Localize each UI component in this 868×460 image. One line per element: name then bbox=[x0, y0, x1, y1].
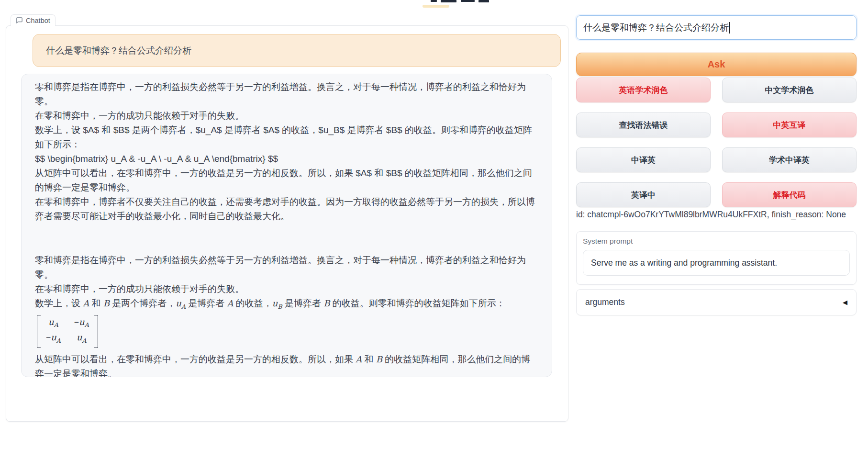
system-prompt-group: System prompt Serve me as a writing and … bbox=[576, 231, 857, 285]
payoff-matrix: uA −uA −uA uA bbox=[37, 315, 98, 348]
user-message-bubble: 什么是零和博弈？结合公式介绍分析 bbox=[33, 34, 561, 67]
arguments-accordion[interactable]: arguments ◀ bbox=[576, 289, 857, 315]
system-prompt-label: System prompt bbox=[583, 237, 850, 246]
matrix-cell: −uA bbox=[74, 316, 89, 332]
matrix-right-bracket bbox=[94, 315, 98, 348]
question-input-value: 什么是零和博弈？结合公式介绍分析 bbox=[583, 22, 729, 34]
question-input[interactable]: 什么是零和博弈？结合公式介绍分析 bbox=[576, 15, 857, 40]
matrix-cell: −uA bbox=[46, 331, 61, 347]
ask-button[interactable]: Ask bbox=[576, 53, 857, 76]
accordion-label: arguments bbox=[585, 297, 625, 307]
find-grammar-errors-button[interactable]: 查找语法错误 bbox=[576, 112, 711, 137]
chatbot-label-tab: Chatbot bbox=[11, 14, 56, 26]
english-academic-polish-button[interactable]: 英语学术润色 bbox=[576, 78, 711, 102]
chatbot-panel: 什么是零和博弈？结合公式介绍分析 零和博弈是指在博弈中，一方的利益损失必然等于另… bbox=[6, 25, 568, 422]
rendered-conclusion-paragraph: 从矩阵中可以看出，在零和博弈中，一方的收益是另一方的相反数。所以，如果 A 和 … bbox=[35, 352, 538, 377]
collapse-arrow-icon: ◀ bbox=[843, 299, 847, 306]
assistant-message-bubble: 零和博弈是指在博弈中，一方的利益损失必然等于另一方的利益增益。换言之，对于每一种… bbox=[21, 74, 552, 377]
explain-code-button[interactable]: 解释代码 bbox=[722, 182, 857, 207]
rendered-intro-paragraph: 零和博弈是指在博弈中，一方的利益损失必然等于另一方的利益增益。换言之，对于每一种… bbox=[35, 253, 538, 296]
response-status-line: id: chatcmpl-6wOo7KrYTwMl89lbrMWRu4UkFFX… bbox=[576, 210, 857, 220]
text-cursor bbox=[729, 22, 730, 34]
matrix-cell: uA bbox=[77, 331, 87, 347]
academic-zh-to-en-button[interactable]: 学术中译英 bbox=[722, 147, 857, 172]
system-prompt-value: Serve me as a writing and programming as… bbox=[591, 258, 777, 268]
user-message-text: 什么是零和博弈？结合公式介绍分析 bbox=[46, 45, 191, 57]
speech-bubble-icon bbox=[16, 17, 23, 24]
assistant-rendered-answer: 零和博弈是指在博弈中，一方的利益损失必然等于另一方的利益增益。换言之，对于每一种… bbox=[35, 253, 538, 377]
chinese-academic-polish-button[interactable]: 中文学术润色 bbox=[722, 78, 857, 102]
system-prompt-input[interactable]: Serve me as a writing and programming as… bbox=[583, 250, 850, 276]
zh-en-mutual-translate-button[interactable]: 中英互译 bbox=[722, 112, 857, 137]
matrix-left-bracket bbox=[37, 315, 41, 348]
assistant-raw-markdown: 零和博弈是指在博弈中，一方的利益损失必然等于另一方的利益增益。换言之，对于每一种… bbox=[35, 80, 538, 224]
en-to-zh-button[interactable]: 英译中 bbox=[576, 182, 711, 207]
rendered-math-setup-paragraph: 数学上，设 A 和 B 是两个博弈者，uA 是博弈者 A 的收益，uB 是博弈者… bbox=[35, 296, 538, 314]
zh-to-en-button[interactable]: 中译英 bbox=[576, 147, 711, 172]
function-button-grid: 英语学术润色 中文学术润色 查找语法错误 中英互译 中译英 学术中译英 英译中 … bbox=[576, 78, 857, 207]
matrix-cell: uA bbox=[48, 316, 58, 332]
clipped-page-title bbox=[423, 0, 499, 8]
chatbot-label: Chatbot bbox=[26, 17, 50, 24]
